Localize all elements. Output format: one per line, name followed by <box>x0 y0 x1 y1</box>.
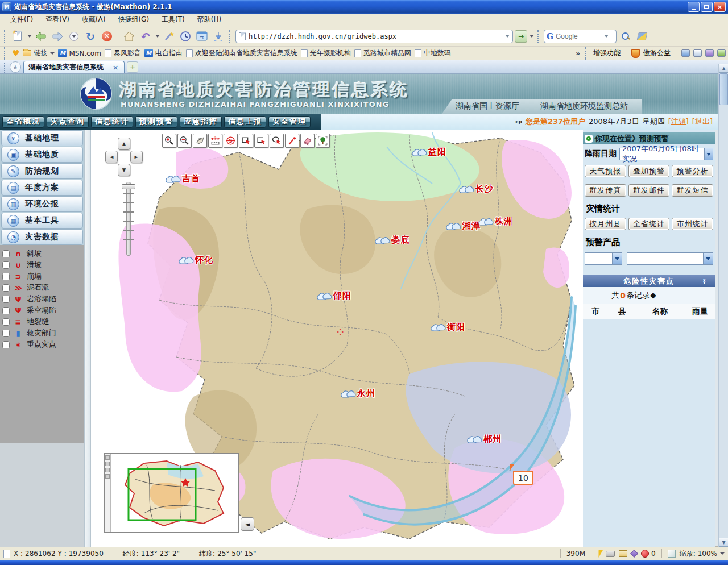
history-clock-button[interactable] <box>178 29 193 44</box>
go-dropdown[interactable] <box>530 35 534 38</box>
sms-broadcast-button[interactable]: 群发短信 <box>672 184 713 197</box>
weather-forecast-button[interactable]: 天气预报 <box>585 165 626 177</box>
refresh-button[interactable]: ↻ <box>83 29 98 44</box>
links-folder[interactable]: 链接 <box>23 48 55 58</box>
download-button[interactable] <box>211 29 226 44</box>
warning-flag-marker[interactable]: 10 <box>513 471 533 485</box>
zoom-dropdown[interactable] <box>720 552 725 555</box>
sidebar-item-prevention-planning[interactable]: ✎防治规划 <box>1 163 83 179</box>
select-arrow-icon[interactable] <box>704 148 713 160</box>
maximize-button[interactable] <box>701 2 713 12</box>
link-hunan-geo-disaster[interactable]: 欢迎登陆湖南省地质灾害信息系统 <box>186 48 297 58</box>
menu-tools[interactable]: 工具(T) <box>156 14 191 26</box>
link-radio-guide[interactable]: M电台指南 <box>144 48 183 58</box>
layer-mining-checkbox[interactable] <box>2 307 10 314</box>
city-stats-button[interactable]: 市州统计 <box>672 218 713 230</box>
tab-close-icon2[interactable]: × <box>113 64 118 72</box>
menu-favorites[interactable]: 收藏(A) <box>76 14 111 26</box>
ad-blocker-icon[interactable] <box>630 550 638 558</box>
sidebar-item-basic-geography[interactable]: »基础地理 <box>1 130 83 146</box>
sidebar-item-disaster-data[interactable]: ◔灾害数据 <box>1 229 83 245</box>
layer-fissure-checkbox[interactable] <box>2 318 10 326</box>
favorites-star-button[interactable]: ★ <box>10 61 21 73</box>
layer-keypoints-checkbox[interactable] <box>2 341 10 348</box>
popup-blocker-icon[interactable] <box>641 550 649 558</box>
close-button[interactable]: × <box>714 2 726 12</box>
link-msn[interactable]: MMSN.com <box>58 49 101 57</box>
overview-map[interactable]: ◄ <box>104 453 239 533</box>
sidebar-item-environment-bulletin[interactable]: ▥环境公报 <box>1 196 83 212</box>
sidebar-item-annual-plan[interactable]: ▤年度方案 <box>1 180 83 196</box>
links-overflow-button[interactable]: » <box>576 49 580 57</box>
product-item-select[interactable] <box>627 252 713 265</box>
collapse-chevron-icon[interactable]: ∨∨ <box>702 279 708 284</box>
layer-karst-checkbox[interactable] <box>2 296 10 303</box>
search-input[interactable] <box>556 32 601 40</box>
window-icon[interactable] <box>693 49 702 57</box>
highlight-button[interactable] <box>635 29 650 44</box>
sidebar-splitter[interactable] <box>84 130 91 547</box>
home-button[interactable] <box>122 29 136 44</box>
layer-slope-checkbox[interactable] <box>2 250 10 257</box>
danger-points-header[interactable]: 危险性灾害点 ∨∨ <box>583 275 715 287</box>
menu-file[interactable]: 文件(F) <box>5 14 39 26</box>
nav-tab-emergency-command[interactable]: 应急指挥 <box>180 116 222 128</box>
monthly-county-stats-button[interactable]: 按月州县 <box>585 218 626 230</box>
printer-icon[interactable] <box>606 551 615 557</box>
logout-link[interactable]: [注销] <box>668 117 689 127</box>
plus-features-button[interactable]: 增强功能 <box>593 48 621 58</box>
nav-tab-info-report[interactable]: 信息上报 <box>224 116 266 128</box>
map-viewport[interactable]: ▲ ◄ ► ▼ ? S <box>91 130 583 547</box>
overlay-warning-button[interactable]: 叠加预警 <box>628 165 670 177</box>
stop-button[interactable]: ✕ <box>100 29 114 44</box>
minimize-button[interactable] <box>688 2 700 12</box>
scroll-down-arrow[interactable]: ▼ <box>719 538 728 547</box>
nav-tab-forecast-warning[interactable]: 预测预警 <box>135 116 177 128</box>
org-link-land-resources[interactable]: 湖南省国土资源厅 <box>456 101 519 111</box>
proxy-icon[interactable] <box>681 49 690 57</box>
new-page-dropdown[interactable] <box>27 35 32 38</box>
forward-button[interactable] <box>50 29 65 44</box>
nav-tab-info-statistics[interactable]: 信息统计 <box>91 116 133 128</box>
nav-tab-security-management[interactable]: 安全管理 <box>268 116 311 128</box>
layer-collapse-checkbox[interactable] <box>2 273 10 280</box>
search-button[interactable] <box>618 29 633 44</box>
province-stats-button[interactable]: 全省统计 <box>628 218 670 230</box>
new-page-button[interactable]: ✳ <box>10 29 25 44</box>
nav-tab-disaster-query[interactable]: 灾点查询 <box>47 116 89 128</box>
search-engine-dropdown[interactable] <box>604 35 609 38</box>
window-sync-button[interactable]: ⇆ <box>195 29 209 44</box>
layer-rescue-checkbox[interactable] <box>2 330 10 337</box>
nav-tab-province-overview[interactable]: 全省概况 <box>2 116 44 128</box>
new-window-icon[interactable] <box>619 550 627 557</box>
undo-button[interactable]: ↶ <box>138 29 153 44</box>
warning-analysis-button[interactable]: 预警分析 <box>672 165 713 177</box>
menu-help[interactable]: 帮助(H) <box>192 14 227 26</box>
link-milu-city[interactable]: 觅路城市精品网 <box>354 48 411 58</box>
org-link-geo-monitoring[interactable]: 湖南省地质环境监测总站 <box>540 101 628 111</box>
email-broadcast-button[interactable]: 群发邮件 <box>628 184 670 197</box>
link-guangnian-photo[interactable]: 光年摄影机构 <box>301 48 351 58</box>
history-dropdown-button[interactable] <box>67 29 81 44</box>
boost-lightning-icon[interactable] <box>595 550 603 558</box>
exit-link[interactable]: [退出] <box>692 117 713 127</box>
rain-date-select[interactable]: 2007年05月05日08时实况 <box>619 148 713 160</box>
zoom-value[interactable]: 100% <box>698 550 717 558</box>
go-button[interactable]: → <box>515 30 527 43</box>
link-storm-player[interactable]: 暴风影音 <box>105 48 141 58</box>
scrollbar-thumb[interactable] <box>719 73 728 105</box>
new-tab-button[interactable]: + <box>127 61 138 73</box>
sidebar-item-basic-geology[interactable]: ▣基础地质 <box>1 147 83 163</box>
menu-view[interactable]: 查看(V) <box>40 14 75 26</box>
filter-wand-button[interactable] <box>162 29 176 44</box>
maxthon-charity-button[interactable]: 傲游公益 <box>643 48 671 58</box>
overview-collapse-button[interactable]: ◄ <box>241 517 254 531</box>
link-zhongdi-digital[interactable]: 中地数码 <box>415 48 451 58</box>
layer-landslide-checkbox[interactable] <box>2 261 10 269</box>
page-scrollbar[interactable]: ▲ ▼ <box>718 64 728 547</box>
notes-icon[interactable] <box>705 49 714 57</box>
tab-hunan-geo-system[interactable]: 湖南省地质灾害信息系统 × <box>23 61 125 73</box>
address-input[interactable] <box>249 32 502 40</box>
tools-cup-icon[interactable] <box>717 49 726 57</box>
back-button[interactable] <box>34 29 48 44</box>
